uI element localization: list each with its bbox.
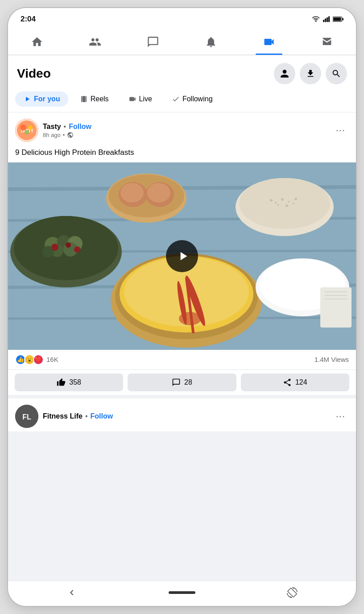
comment-count: 28 [184, 378, 192, 386]
battery-icon [333, 16, 343, 22]
svg-rect-1 [325, 18, 326, 22]
download-button[interactable] [300, 63, 321, 84]
status-time: 2:04 [21, 15, 36, 24]
svg-point-24 [147, 183, 170, 203]
nav-notifications[interactable] [193, 31, 229, 53]
author-name-fitness: Fitness Life [43, 412, 83, 420]
svg-rect-2 [327, 17, 328, 22]
author-name-row: Tasty • Follow [43, 123, 91, 131]
svg-point-31 [294, 198, 297, 200]
nav-friends[interactable] [77, 31, 113, 53]
globe-icon [67, 132, 74, 138]
svg-rect-5 [342, 18, 343, 20]
svg-point-28 [275, 202, 277, 203]
tab-for-you-label: For you [34, 95, 60, 103]
category-tabs: For you Reels Live Following [8, 89, 356, 112]
svg-point-27 [270, 199, 273, 202]
post-meta: 8h ago • [43, 132, 91, 138]
dot-separator: • [64, 123, 66, 131]
views-count: 1.4M Views [314, 356, 349, 363]
svg-point-33 [285, 204, 288, 207]
share-count: 124 [295, 378, 307, 386]
svg-point-34 [293, 203, 294, 204]
svg-point-29 [281, 198, 284, 201]
author-row: TASTY Tasty • Follow [15, 119, 91, 142]
svg-rect-0 [323, 20, 324, 22]
avatar-tasty: TASTY [15, 119, 38, 142]
post-header-fitness: FL Fitness Life • Follow ··· [8, 398, 356, 431]
nav-active-indicator [256, 54, 282, 55]
post-card-fitness: FL Fitness Life • Follow ··· [8, 398, 356, 431]
author-row-fitness: FL Fitness Life • Follow [15, 405, 113, 428]
bottom-bar [8, 581, 356, 606]
status-icons [312, 16, 343, 22]
svg-text:FL: FL [22, 413, 31, 421]
status-bar: 2:04 [8, 8, 356, 28]
header-actions [274, 63, 347, 84]
like-button[interactable]: 358 [15, 373, 123, 391]
tab-live[interactable]: Live [120, 91, 160, 107]
svg-point-43 [51, 244, 58, 251]
tab-following-label: Following [182, 95, 213, 103]
follow-button[interactable]: Follow [69, 123, 91, 131]
svg-point-30 [288, 201, 290, 203]
home-indicator [169, 591, 195, 594]
phone-frame: 2:04 [8, 8, 356, 606]
nav-marketplace[interactable] [309, 31, 345, 53]
love-emoji: ❤️ [33, 354, 44, 365]
author-info: Tasty • Follow 8h ago • [43, 123, 91, 138]
time-ago: 8h ago [43, 132, 61, 138]
meta-dot: • [63, 132, 65, 138]
svg-point-53 [179, 312, 201, 325]
nav-messenger[interactable] [135, 31, 171, 53]
svg-point-23 [120, 183, 144, 203]
more-options-button-fitness[interactable]: ··· [332, 409, 349, 424]
author-info-fitness: Fitness Life • Follow [43, 412, 113, 420]
rotate-button[interactable] [280, 585, 305, 601]
play-button[interactable] [166, 240, 198, 272]
svg-point-26 [239, 178, 330, 229]
video-page-title: Video [17, 66, 51, 81]
svg-point-12 [25, 130, 29, 134]
video-feed: TASTY Tasty • Follow [8, 112, 356, 581]
avatar-fitness: FL [15, 405, 38, 428]
svg-point-10 [20, 124, 26, 131]
author-name: Tasty [43, 123, 61, 131]
tab-reels[interactable]: Reels [72, 91, 117, 107]
svg-point-45 [74, 246, 80, 253]
post-card-tasty: TASTY Tasty • Follow [8, 112, 356, 395]
reactions-left: 👍 😮 ❤️ 16K [15, 354, 58, 365]
reaction-emojis: 👍 😮 ❤️ [15, 354, 44, 365]
svg-point-11 [28, 125, 33, 130]
back-button[interactable] [59, 585, 84, 601]
author-name-row-fitness: Fitness Life • Follow [43, 412, 113, 420]
tab-reels-label: Reels [91, 95, 109, 103]
reaction-count: 16K [46, 356, 58, 363]
tab-for-you[interactable]: For you [15, 91, 68, 107]
like-count: 358 [69, 378, 81, 386]
tab-live-label: Live [139, 95, 152, 103]
follow-button-fitness[interactable]: Follow [91, 412, 113, 420]
svg-rect-3 [328, 17, 330, 22]
post-header: TASTY Tasty • Follow [8, 112, 356, 145]
action-buttons-row: 358 28 124 [8, 370, 356, 395]
search-button[interactable] [326, 63, 347, 84]
share-button[interactable]: 124 [241, 373, 349, 391]
signal-icon [323, 16, 330, 22]
svg-point-44 [66, 242, 71, 248]
tab-following[interactable]: Following [164, 91, 221, 107]
svg-rect-6 [333, 17, 341, 21]
profile-button[interactable] [274, 63, 295, 84]
comment-button[interactable]: 28 [128, 373, 236, 391]
reactions-bar: 👍 😮 ❤️ 16K 1.4M Views [8, 350, 356, 370]
svg-point-32 [277, 204, 279, 206]
nav-video[interactable] [251, 31, 287, 53]
post-caption: 9 Delicious High Protein Breakfasts [8, 145, 356, 162]
more-options-button[interactable]: ··· [332, 123, 349, 138]
nav-home[interactable] [19, 31, 55, 53]
video-thumbnail[interactable] [8, 162, 356, 350]
wifi-icon [312, 16, 320, 22]
svg-rect-56 [320, 287, 352, 328]
video-header: Video [8, 56, 356, 89]
top-nav [8, 28, 356, 55]
